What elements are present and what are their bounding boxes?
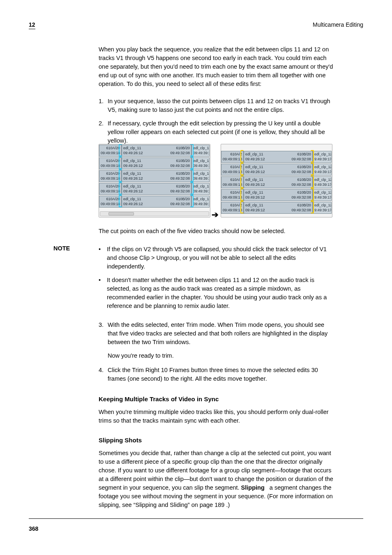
subhead-slipping-shots: Slipping Shots — [99, 436, 335, 445]
scrollbar-thumb[interactable] — [108, 212, 134, 215]
clip-fragment[interactable]: 610A/20 09:49:09:18 — [99, 145, 122, 157]
intro-paragraph: When you play back the sequence, you rea… — [99, 45, 335, 88]
timeline-before: 610A/20 09:49:09:18 edl_clp_11 610B/20 0… — [99, 144, 210, 217]
clip-12[interactable]: edl_clp_12 09:49:39:17 — [191, 145, 210, 157]
video-track: 610A/2009:49:09:18 edl_clp_11610B/2009:4… — [99, 170, 210, 183]
video-track: 610A/2009:49:09:18 edl_clp_11610B/2009:4… — [99, 183, 210, 195]
cross-reference-link[interactable]: “Slipping and Sliding” on page 189 — [134, 502, 225, 508]
step-3: 3. With the edits selected, enter Trim m… — [99, 321, 335, 347]
step-number: 1. — [99, 97, 104, 106]
timeline-figure: 610A/20 09:49:09:18 edl_clp_11 610B/20 0… — [99, 144, 345, 220]
note-label: NOTE — [53, 245, 95, 252]
clip-11[interactable]: edl_clp_11 610B/20 09:49:26:12 09:49:32:… — [122, 145, 191, 157]
after-figure-paragraph: The cut points on each of the five video… — [99, 227, 335, 236]
page-number: 368 — [29, 525, 38, 532]
subhead-keeping-tracks: Keeping Multiple Tracks of Video in Sync — [99, 395, 335, 404]
clip-reel-label: 610B/20 — [176, 146, 190, 150]
slipping-runin: Slipping — [241, 484, 265, 491]
video-track: 610A/2009:49:09:18 edl_clp_11610B/2009:4… — [99, 157, 210, 170]
step-1: 1. In your sequence, lasso the cut point… — [99, 97, 335, 114]
video-track: 610A/2009:49:09:18 edl_clp_11610B/2009:4… — [99, 195, 210, 208]
step-text: In your sequence, lasso the cut points b… — [108, 98, 330, 113]
clip-out-tc: 09:49:09:18 — [101, 151, 120, 155]
step-text: Click the Trim Right 10 Frames button th… — [108, 367, 318, 382]
keeping-tracks-paragraph: When you're trimming multiple video trac… — [99, 408, 335, 425]
step-trailer: Now you're ready to trim. — [99, 352, 335, 360]
timeline-scrollbar[interactable] — [100, 211, 209, 216]
paragraph-text: .) — [226, 502, 230, 508]
running-header: 12 Multicamera Editing — [0, 21, 392, 29]
step-number: 3. — [99, 321, 104, 329]
step-2: 2. If necessary, cycle through the edit … — [99, 119, 335, 145]
clip-name: edl_clp_12 — [193, 146, 210, 150]
step-number: 2. — [99, 119, 104, 128]
slipping-paragraph: Sometimes you decide that, rather than c… — [99, 449, 335, 509]
timeline-after: 610A/209:49:09:18 edl_clp_11610B/2009:49… — [221, 144, 332, 217]
clip-in-tc: 09:49:26:12 — [123, 151, 143, 155]
arrow-right-icon: ➔ — [212, 210, 219, 220]
note-bullet: If the clips on V2 through V5 are collap… — [99, 245, 335, 271]
video-track: 610A/20 09:49:09:18 edl_clp_11 610B/20 0… — [99, 144, 210, 157]
step-text: If necessary, cycle through the edit sel… — [108, 120, 325, 144]
clip-reel-label: 610A/20 — [106, 146, 120, 150]
footer-rule — [29, 518, 363, 519]
clip-out-tc: 09:49:32:08 — [170, 151, 190, 155]
step-text: With the edits selected, enter Trim mode… — [108, 321, 327, 345]
clip-name: edl_clp_11 — [123, 146, 141, 150]
step-4: 4. Click the Trim Right 10 Frames button… — [99, 366, 335, 383]
step-number: 4. — [99, 366, 104, 375]
clip-in-tc: 09:49:39:17 — [193, 151, 210, 155]
chapter-title: Multicamera Editing — [313, 21, 363, 28]
chapter-number-tab: 12 — [29, 21, 35, 29]
note-bullet: It doesn't matter whether the edit betwe… — [99, 276, 335, 310]
